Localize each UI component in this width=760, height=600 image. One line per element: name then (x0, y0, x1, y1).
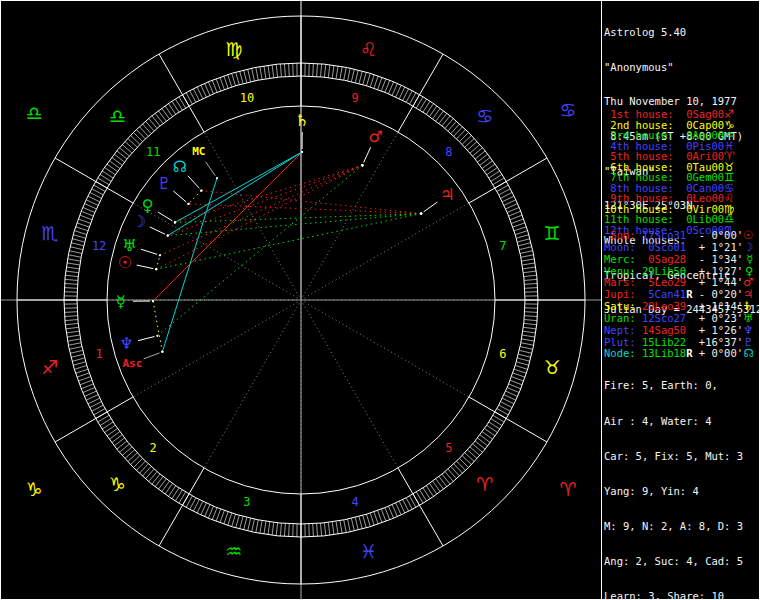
degree-tick (381, 79, 386, 91)
degree-tick (84, 204, 96, 209)
degree-tick (328, 65, 330, 78)
planet-position: 0Sag28 (636, 253, 687, 265)
degree-tick (205, 505, 210, 517)
planet-glyph-mercury: ☿ (116, 292, 126, 311)
house-number-8: 8 (445, 145, 452, 159)
degree-tick (332, 65, 334, 78)
degree-tick (86, 200, 98, 205)
aspect-endpoint-dot (155, 268, 157, 270)
degree-tick (232, 73, 236, 85)
degree-tick (86, 395, 98, 400)
degree-tick (240, 71, 243, 84)
degree-tick (467, 450, 477, 459)
degree-tick (525, 288, 538, 289)
degree-tick (513, 223, 525, 227)
degree-tick (523, 327, 536, 329)
planet-label: Moon: (604, 241, 636, 253)
degree-tick (516, 362, 528, 366)
degree-tick (236, 515, 240, 527)
planet-icon: ☊ (743, 348, 753, 360)
degree-tick (68, 259, 81, 261)
degree-tick (366, 514, 370, 526)
degree-tick (439, 113, 447, 123)
degree-tick (448, 121, 457, 131)
degree-tick (149, 472, 157, 482)
degree-tick (142, 466, 151, 476)
planet-velocity: + 0°23' (693, 312, 744, 324)
planet-label: Satu: (604, 300, 636, 312)
degree-tick (240, 516, 243, 529)
degree-tick (272, 522, 274, 535)
degree-tick (68, 339, 81, 341)
degree-tick (370, 513, 374, 525)
neptune-pointer (138, 337, 154, 341)
degree-tick (224, 512, 228, 524)
venus-pointer (158, 212, 172, 221)
sign-glyph-scorpio: ♏ (41, 222, 58, 244)
degree-tick (236, 72, 240, 84)
degree-tick (289, 63, 290, 76)
degree-tick (515, 365, 527, 369)
planet-position: 12Sco27 (636, 312, 687, 324)
degree-tick (84, 391, 96, 396)
degree-tick (244, 70, 247, 83)
degree-tick (502, 398, 514, 404)
degree-tick (445, 118, 453, 128)
stats-yang-yin: Yang: 9, Yin: 4 (604, 486, 743, 498)
asc-label: Asc (122, 357, 142, 370)
planet-glyph-neptune: ♆ (119, 334, 133, 353)
degree-tick (201, 85, 206, 97)
sign-glyph-pisces: ♓ (360, 540, 377, 562)
degree-tick (321, 523, 322, 536)
planet-velocity: + 1°27' (693, 265, 744, 277)
stats-ang-suc-cad: Ang: 2, Suc: 4, Cad: 5 (604, 556, 743, 568)
aspect-trine-line (168, 214, 421, 236)
degree-tick (374, 512, 378, 524)
degree-tick (378, 77, 382, 89)
degree-tick (351, 69, 354, 82)
degree-tick (332, 522, 334, 535)
aspect-endpoint-dot (161, 351, 163, 353)
house-row: 1st house: 0Sag00♐ (604, 109, 737, 120)
degree-tick (509, 211, 521, 216)
degree-tick (244, 517, 247, 530)
natal-chart-wheel: ♈♉♊♋♌♍♎♏♐♑♒♓♎♋♑♈123456789101112☉☽☿♀♂♃♄♅♆… (1, 1, 601, 600)
degree-tick (514, 227, 526, 231)
planet-velocity: +16°37' (693, 336, 744, 348)
aspect-sextile-line (175, 152, 302, 222)
degree-tick (524, 283, 537, 284)
degree-tick (451, 124, 460, 134)
degree-tick (139, 127, 148, 137)
degree-tick (396, 85, 401, 97)
degree-tick (65, 320, 78, 321)
degree-tick (522, 259, 535, 261)
degree-tick (457, 461, 466, 470)
degree-tick (68, 343, 81, 345)
planet-glyph-saturn: ♄ (295, 111, 309, 130)
degree-tick (69, 347, 82, 350)
aspect-endpoint-dot (167, 234, 169, 236)
aspect-endpoint-dot (361, 164, 363, 166)
degree-tick (88, 196, 100, 202)
planet-glyph-jupiter: ♃ (440, 185, 454, 204)
degree-tick (284, 64, 285, 77)
degree-tick (71, 243, 84, 246)
house-number-11: 11 (146, 145, 160, 159)
degree-tick (473, 444, 483, 452)
degree-tick (504, 200, 516, 205)
degree-tick (518, 243, 531, 246)
degree-tick (205, 83, 210, 95)
degree-tick (504, 395, 516, 400)
degree-tick (220, 510, 224, 522)
degree-tick (155, 113, 163, 123)
stats-mnad: M: 9, N: 2, A: 8, D: 3 (604, 521, 743, 533)
planet-glyph-sun: ☉ (118, 253, 132, 272)
planet-position: 14Sag50 (636, 324, 687, 336)
element-stats: Fire: 5, Earth: 0, Air : 4, Water: 4 Car… (604, 357, 743, 600)
aspect-trine-line (175, 214, 421, 223)
mc-pointer (206, 162, 216, 176)
degree-tick (522, 335, 535, 337)
degree-tick (117, 441, 127, 449)
degree-tick (128, 138, 138, 147)
degree-tick (515, 231, 527, 235)
